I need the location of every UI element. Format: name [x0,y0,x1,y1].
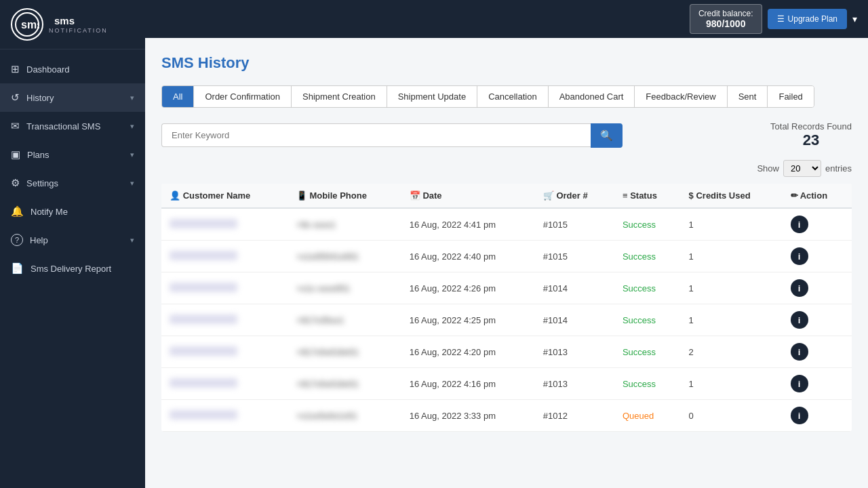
sidebar-item-label: Help [30,235,48,245]
table-row: +9x xxxx1 16 Aug, 2022 4:41 pm #1015 Suc… [161,208,852,241]
info-button[interactable]: i [791,216,808,233]
status-icon: ≡ [623,190,630,201]
col-action: ✏ Action [783,184,852,208]
cell-status: Success [614,304,681,336]
transactional-sms-icon: ✉ [11,120,20,132]
tab-order-confirmation[interactable]: Order Confirmation [194,86,292,107]
tab-abandoned-cart[interactable]: Abandoned Cart [549,86,635,107]
info-icon: i [798,411,801,421]
upgrade-plan-button[interactable]: ☰ Upgrade Plan [768,9,847,29]
info-button[interactable]: i [791,407,808,424]
sidebar-item-dashboard[interactable]: ⊞ Dashboard [0,55,145,83]
info-button[interactable]: i [791,247,808,265]
tab-shipment-creation[interactable]: Shipment Creation [292,86,387,107]
action-icon: ✏ [791,190,800,201]
sidebar-item-sms-delivery-report[interactable]: 📄 Sms Delivery Report [0,254,145,283]
sidebar-logo: sms sms NOTIFICATION [0,0,145,49]
cell-status: Queued [614,400,681,432]
search-button[interactable]: 🔍 [591,123,623,148]
sidebar-item-label: Notify Me [31,207,68,217]
cell-credits-used: 1 [681,241,783,272]
tab-sent[interactable]: Sent [728,86,768,107]
cell-order-number: #1012 [535,400,614,432]
date-icon: 📅 [410,190,423,201]
records-label: Total Records Found [770,121,852,131]
cell-order-number: #1014 [535,304,614,336]
cell-customer-name [161,400,288,432]
sidebar-item-settings[interactable]: ⚙ Settings ▾ [0,169,145,197]
topbar-chevron-icon[interactable]: ▾ [852,14,857,24]
info-icon: i [798,315,801,325]
tab-cancellation[interactable]: Cancellation [477,86,549,107]
upgrade-icon: ☰ [777,14,785,24]
chevron-down-icon: ▾ [130,236,134,245]
cell-action: i [783,241,852,272]
cell-order-number: #1014 [535,272,614,304]
info-button[interactable]: i [791,279,808,297]
table-row: +917x5x018x51 16 Aug, 2022 4:16 pm #1013… [161,368,852,400]
tab-feedback-review[interactable]: Feedback/Review [635,86,727,107]
sidebar-item-notify-me[interactable]: 🔔 Notify Me [0,197,145,226]
col-mobile-phone: 📱 Mobile Phone [288,184,401,208]
logo-icon: sms [11,8,43,41]
info-icon: i [798,251,801,262]
logo-sub: NOTIFICATION [49,27,108,34]
cell-date: 16 Aug, 2022 4:20 pm [401,336,535,368]
cell-date: 16 Aug, 2022 4:41 pm [401,208,535,241]
sidebar-item-label: Transactional SMS [26,121,100,131]
tab-failed[interactable]: Failed [768,86,813,107]
cell-status: Success [614,336,681,368]
sidebar-item-plans[interactable]: ▣ Plans ▾ [0,140,145,169]
cell-date: 16 Aug, 2022 4:26 pm [401,272,535,304]
search-input[interactable] [161,123,591,147]
table-row: +917x5x018x51 16 Aug, 2022 4:20 pm #1013… [161,336,852,368]
cell-customer-name [161,336,288,368]
logo-text: sms [54,15,108,27]
phone-icon: 📱 [296,190,310,201]
cell-credits-used: 2 [681,336,783,368]
page-title: SMS History [161,54,852,72]
info-button[interactable]: i [791,343,808,361]
cell-order-number: #1015 [535,208,614,241]
table-row: +x1x xxxx051 16 Aug, 2022 4:26 pm #1014 … [161,272,852,304]
sidebar-item-history[interactable]: ↺ History ▾ [0,83,145,112]
show-label: Show [757,163,779,174]
settings-icon: ⚙ [11,177,20,189]
sidebar-nav: ⊞ Dashboard ↺ History ▾ ✉ Transactional … [0,49,145,488]
cell-status: Success [614,208,681,241]
tab-shipment-update[interactable]: Shipment Update [387,86,477,107]
cell-mobile-phone: +9x xxxx1 [288,208,401,241]
cell-order-number: #1013 [535,336,614,368]
chevron-down-icon: ▾ [130,179,134,188]
sidebar: sms sms NOTIFICATION ⊞ Dashboard ↺ Histo… [0,0,145,488]
cell-status: Success [614,368,681,400]
upgrade-label: Upgrade Plan [788,14,837,24]
info-button[interactable]: i [791,311,808,329]
chevron-down-icon: ▾ [130,94,134,102]
records-count: 23 [770,131,852,149]
search-icon: 🔍 [600,129,613,141]
cell-customer-name [161,208,288,241]
cell-customer-name [161,304,288,336]
cell-order-number: #1015 [535,241,614,272]
content-area: SMS History All Order Confirmation Shipm… [145,38,868,488]
cell-customer-name [161,272,288,304]
entries-select[interactable]: 10 20 50 100 [783,160,821,177]
info-icon: i [798,347,801,357]
sidebar-item-label: Plans [27,150,50,160]
cell-date: 16 Aug, 2022 4:16 pm [401,368,535,400]
topbar: Credit balance: 980/1000 ☰ Upgrade Plan … [145,0,868,38]
cell-action: i [783,208,852,241]
cart-icon: 🛒 [543,190,557,201]
show-entries-row: Show 10 20 50 100 entries [161,160,852,177]
credit-value: 980/1000 [698,18,753,29]
cell-mobile-phone: +x1xx5x0x1x51 [288,400,401,432]
search-row: 🔍 Total Records Found 23 [161,121,852,149]
tab-all[interactable]: All [162,86,194,107]
cell-action: i [783,336,852,368]
sidebar-item-transactional-sms[interactable]: ✉ Transactional SMS ▾ [0,112,145,140]
cell-credits-used: 1 [681,368,783,400]
info-button[interactable]: i [791,375,808,392]
table-row: +x1xx5x0x1x51 16 Aug, 2022 3:33 pm #1012… [161,400,852,432]
sidebar-item-help[interactable]: ? Help ▾ [0,226,145,254]
